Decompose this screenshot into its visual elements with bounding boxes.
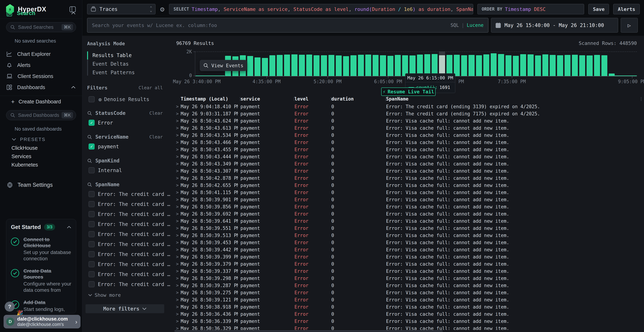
checkbox-unchecked[interactable] xyxy=(88,201,95,207)
expand-row-icon[interactable]: > xyxy=(174,254,181,260)
sidebar-item-clickhouse[interactable]: ClickHouse xyxy=(0,144,82,152)
tab-event-deltas[interactable]: Event Deltas xyxy=(92,60,168,68)
table-row[interactable]: >May 26 8:50:39.513 PMpaymentError0Error… xyxy=(174,232,642,239)
table-row[interactable]: >May 26 8:50:39.856 PMpaymentError0Error… xyxy=(174,203,642,210)
histogram-bar[interactable] xyxy=(439,52,445,76)
help-button[interactable]: ? xyxy=(5,302,15,312)
alerts-button[interactable]: Alerts xyxy=(613,4,640,14)
table-row[interactable]: >May 26 8:50:39.379 PMpaymentError0Error… xyxy=(174,260,642,268)
histogram-bar[interactable] xyxy=(395,52,401,76)
order-by-editor[interactable]: ORDER BY Timestamp DESC xyxy=(478,4,584,14)
column-resize-handle[interactable]: ⋮ xyxy=(329,96,331,102)
histogram-bar[interactable] xyxy=(373,52,378,76)
expand-row-icon[interactable]: > xyxy=(174,226,181,231)
histogram-bar[interactable] xyxy=(535,52,541,76)
facet-option[interactable]: ✓ payment xyxy=(87,143,168,150)
expand-row-icon[interactable]: > xyxy=(174,262,181,266)
expand-row-icon[interactable]: > xyxy=(174,312,181,316)
checkbox-checked[interactable]: ✓ xyxy=(88,144,95,150)
checkbox-unchecked[interactable] xyxy=(88,231,95,237)
sidebar-item-team-settings[interactable]: Team Settings xyxy=(0,179,82,191)
source-settings-button[interactable]: ⚙ xyxy=(156,4,169,14)
sidebar-item-alerts[interactable]: Alerts xyxy=(0,60,82,71)
histogram-bar[interactable] xyxy=(314,52,320,76)
facet-option[interactable]: Error: The credit card … xyxy=(87,261,168,268)
facet-option[interactable]: Error: The credit card … xyxy=(87,201,168,208)
expand-row-icon[interactable]: > xyxy=(174,283,181,288)
clear-all-button[interactable]: Clear all xyxy=(139,85,163,90)
collapse-sidebar-icon[interactable] xyxy=(69,6,76,13)
expand-row-icon[interactable]: > xyxy=(174,240,181,245)
histogram-bar[interactable] xyxy=(388,52,394,76)
facet-option[interactable]: Error: The credit card … xyxy=(87,211,168,218)
histogram-bar[interactable] xyxy=(461,52,467,76)
histogram-bar[interactable] xyxy=(520,52,526,76)
expand-row-icon[interactable]: > xyxy=(174,304,181,310)
histogram-bar[interactable] xyxy=(506,52,512,76)
get-started-item[interactable]: Create Data Sources Configure where your… xyxy=(11,268,72,293)
expand-row-icon[interactable]: > xyxy=(174,319,181,324)
checkbox-unchecked[interactable] xyxy=(88,281,95,287)
column-resize-handle[interactable]: ⋮ xyxy=(238,96,240,102)
expand-row-icon[interactable]: > xyxy=(174,183,181,188)
histogram-bar[interactable] xyxy=(292,52,297,76)
event-search-bar[interactable]: SQL | Lucene xyxy=(87,18,488,32)
column-header-timestamp[interactable]: Timestamp (Local) xyxy=(181,96,238,102)
expand-row-icon[interactable]: > xyxy=(174,176,181,181)
view-events-button[interactable]: View Events xyxy=(200,60,247,71)
table-row[interactable]: >May 26 8:50:43.534 PMpaymentError0Error… xyxy=(174,132,642,139)
expand-row-icon[interactable]: > xyxy=(174,111,181,116)
column-header-level[interactable]: level xyxy=(294,96,329,102)
table-row[interactable]: >May 26 8:50:39.901 PMpaymentError0Error… xyxy=(174,196,642,203)
saved-searches-input[interactable]: Saved Searches ⌘K xyxy=(6,22,76,32)
histogram-bar[interactable] xyxy=(624,52,630,76)
facet-option[interactable]: Internal xyxy=(87,167,168,174)
histogram-bar[interactable] xyxy=(564,52,570,76)
table-row[interactable]: >May 26 8:50:39.121 PMpaymentError0Error… xyxy=(174,296,642,304)
table-row[interactable]: >May 26 8:50:43.466 PMpaymentError0Error… xyxy=(174,139,642,146)
search-input[interactable] xyxy=(92,22,450,28)
facet-option[interactable]: Error: The credit card … xyxy=(87,231,168,238)
column-resize-handle[interactable]: ⋮ xyxy=(292,96,294,102)
histogram-bar[interactable] xyxy=(476,52,482,76)
resume-live-tail-button[interactable]: ⚡ Resume Live Tail xyxy=(381,88,436,96)
presets-toggle[interactable]: PRESETS xyxy=(0,135,82,144)
histogram-bar[interactable] xyxy=(247,52,253,76)
time-range-picker[interactable]: May 26 15:40:00 - May 26 21:10:00 xyxy=(491,18,618,32)
sidebar-item-chart-explorer[interactable]: Chart Explorer xyxy=(0,48,82,60)
histogram-bar[interactable] xyxy=(432,52,438,76)
expand-row-icon[interactable]: > xyxy=(174,290,181,295)
tab-results-table[interactable]: Results Table xyxy=(92,51,168,60)
facet-option[interactable]: Error: The credit card … xyxy=(87,281,168,288)
table-row[interactable]: >May 26 8:50:43.444 PMpaymentError0Error… xyxy=(174,153,642,160)
table-row[interactable]: >May 26 8:50:41.115 PMpaymentError0Error… xyxy=(174,189,642,196)
table-row[interactable]: >May 26 8:50:39.399 PMpaymentError0Error… xyxy=(174,253,642,260)
column-resize-handle[interactable]: ⋮ xyxy=(639,96,642,102)
histogram-bar[interactable] xyxy=(299,52,305,76)
expand-row-icon[interactable]: > xyxy=(174,161,181,166)
histogram-bar[interactable] xyxy=(468,52,474,76)
expand-row-icon[interactable]: > xyxy=(174,204,181,209)
column-header-spanname[interactable]: SpanName xyxy=(386,96,639,102)
expand-row-icon[interactable]: > xyxy=(174,297,181,302)
sql-mode-toggle[interactable]: SQL xyxy=(450,22,459,28)
histogram-bar[interactable] xyxy=(454,52,460,76)
table-row[interactable]: >May 26 8:50:36.436 PMpaymentError0Error… xyxy=(174,310,642,318)
histogram-bar[interactable] xyxy=(424,52,430,76)
checkbox-unchecked[interactable] xyxy=(88,211,95,217)
facet-option[interactable]: Error: The credit card … xyxy=(87,221,168,228)
table-row[interactable]: >May 26 8:50:38.918 PMpaymentError0Error… xyxy=(174,304,642,310)
histogram-bar[interactable] xyxy=(609,52,615,76)
expand-row-icon[interactable]: > xyxy=(174,190,181,195)
sidebar-item-dashboards[interactable]: Dashboards xyxy=(0,82,82,93)
expand-row-icon[interactable]: > xyxy=(174,118,181,124)
histogram-bar[interactable] xyxy=(277,52,283,76)
table-row[interactable]: >May 26 8:50:42.878 PMpaymentError0Error… xyxy=(174,174,642,182)
checkbox-unchecked[interactable] xyxy=(88,221,95,227)
facet-option[interactable]: Error: The credit card … xyxy=(87,241,168,248)
expand-row-icon[interactable]: > xyxy=(174,197,181,202)
table-row[interactable]: >May 26 8:50:39.298 PMpaymentError0Error… xyxy=(174,275,642,282)
histogram-bar[interactable] xyxy=(306,52,312,76)
clear-facet-button[interactable]: Clear xyxy=(149,110,163,116)
checkbox-unchecked[interactable] xyxy=(88,261,95,267)
